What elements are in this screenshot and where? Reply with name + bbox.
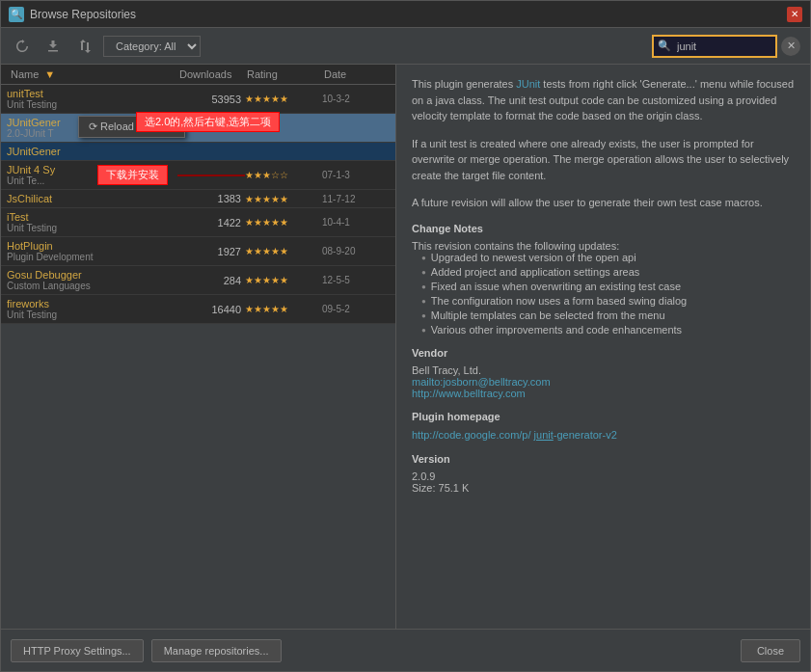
- plugin-name: fireworks: [7, 298, 177, 309]
- clear-search-button[interactable]: ✕: [781, 37, 800, 56]
- download-button[interactable]: [41, 35, 65, 58]
- plugin-downloads: 16440: [177, 304, 245, 315]
- version-number: 2.0.9: [412, 470, 795, 482]
- plugin-homepage-link[interactable]: http://code.google.com/p/ junit-generato…: [412, 429, 617, 441]
- right-panel: This plugin generates JUnit tests from r…: [396, 65, 810, 629]
- reload-popup[interactable]: ⟳ Reload List of...: [78, 116, 185, 138]
- change-notes-section: This revision contains the following upd…: [412, 240, 795, 336]
- title-bar: 🔍 Browse Repositories ✕: [1, 1, 810, 28]
- plugin-name-cell: HotPlugin Plugin Development: [7, 240, 177, 262]
- plugin-rating: ★★★★★: [245, 304, 322, 314]
- plugin-date: 07-1-3: [322, 170, 390, 180]
- table-row[interactable]: fireworks Unit Testing 16440 ★★★★★ 09-5-…: [1, 295, 395, 324]
- vendor-email-link[interactable]: mailto:josborn@belltracy.com: [412, 376, 795, 388]
- table-header: Name ▼ Downloads Rating Date: [1, 65, 395, 85]
- plugin-name-cell: fireworks Unit Testing: [7, 298, 177, 320]
- title-bar-left: 🔍 Browse Repositories: [9, 7, 136, 22]
- plugin-rating: ★★★★★: [245, 246, 322, 256]
- plugin-category: Unit Testing: [7, 309, 177, 320]
- left-panel: Name ▼ Downloads Rating Date unitTest Un…: [1, 65, 396, 629]
- table-row[interactable]: HotPlugin Plugin Development 1927 ★★★★★ …: [1, 237, 395, 266]
- plugin-date: 08-9-20: [322, 246, 390, 256]
- window-icon: 🔍: [9, 7, 24, 22]
- main-content: Name ▼ Downloads Rating Date unitTest Un…: [1, 65, 810, 629]
- vendor-section: Vendor Bell Tracy, Ltd. mailto:josborn@b…: [412, 347, 795, 399]
- plugin-name-cell: Gosu Debugger Custom Languages: [7, 269, 177, 291]
- list-item: Upgraded to newest version of the open a…: [421, 252, 795, 263]
- category-selector[interactable]: Category: All: [103, 36, 201, 57]
- footer: HTTP Proxy Settings... Manage repositori…: [1, 629, 810, 671]
- vendor-name: Bell Tracy, Ltd.: [412, 364, 795, 376]
- vendor-title: Vendor: [412, 347, 795, 359]
- date-column-header: Date: [322, 68, 390, 80]
- search-input[interactable]: [652, 35, 777, 58]
- plugin-homepage-section: Plugin homepage http://code.google.com/p…: [412, 411, 795, 442]
- table-row[interactable]: JUnitGener 2.0-JUnit T: [1, 114, 395, 143]
- plugin-category: Unit Te...: [7, 175, 177, 186]
- search-wrapper: 🔍: [652, 35, 777, 58]
- plugin-downloads: [177, 175, 245, 176]
- list-item: Multiple templates can be selected from …: [421, 309, 795, 321]
- plugin-category: Unit Testing: [7, 223, 177, 233]
- refresh-button[interactable]: [11, 35, 34, 58]
- reload-popup-text: ⟳ Reload List of...: [89, 121, 175, 132]
- plugin-rating: ★★★★★: [245, 217, 322, 228]
- rating-column-header: Rating: [245, 68, 322, 80]
- list-item: Fixed an issue when overwriting an exist…: [421, 281, 795, 292]
- plugin-homepage-title: Plugin homepage: [412, 411, 795, 422]
- plugin-list: unitTest Unit Testing 53953 ★★★★★ 10-3-2…: [1, 85, 395, 629]
- http-proxy-button[interactable]: HTTP Proxy Settings...: [11, 639, 144, 662]
- name-column-header: Name ▼: [7, 68, 177, 80]
- plugin-downloads: 53953: [177, 94, 245, 105]
- plugin-downloads: 1383: [177, 193, 245, 204]
- version-section: Version 2.0.9 Size: 75.1 K: [412, 453, 795, 494]
- search-area: 🔍 ✕: [652, 35, 800, 58]
- plugin-date: 12-5-5: [322, 275, 390, 285]
- plugin-name: unitTest: [7, 88, 177, 99]
- plugin-row-wrapper-2: JUnitGener: [1, 143, 395, 161]
- plugin-description: This plugin generates JUnit tests from r…: [412, 76, 795, 124]
- version-title: Version: [412, 453, 795, 465]
- change-notes-intro: This revision contains the following upd…: [412, 240, 795, 252]
- plugin-name: JUnitGener: [7, 146, 177, 157]
- change-notes-title: Change Notes: [412, 223, 795, 234]
- plugin-rating: ★★★★★: [245, 194, 322, 204]
- plugin-name-cell: unitTest Unit Testing: [7, 88, 177, 110]
- plugin-downloads: 1927: [177, 246, 245, 257]
- plugin-rating: ★★★☆☆: [245, 170, 322, 180]
- table-row[interactable]: unitTest Unit Testing 53953 ★★★★★ 10-3-2: [1, 85, 395, 114]
- plugin-name-cell: JUnit 4 Sy Unit Te...: [7, 164, 177, 186]
- plugin-category: Unit Testing: [7, 99, 177, 110]
- window-close-button[interactable]: ✕: [787, 7, 802, 22]
- close-button[interactable]: Close: [741, 639, 800, 662]
- plugin-row-wrapper-1: JUnitGener 2.0-JUnit T ⟳ Reload List of.…: [1, 114, 395, 143]
- plugin-name-cell: JUnitGener: [7, 146, 177, 157]
- plugin-name: Gosu Debugger: [7, 269, 177, 281]
- window-title: Browse Repositories: [30, 8, 136, 21]
- plugin-date: 10-4-1: [322, 217, 390, 228]
- plugin-date: 09-5-2: [322, 304, 390, 314]
- table-row[interactable]: Gosu Debugger Custom Languages 284 ★★★★★…: [1, 266, 395, 295]
- version-size: Size: 75.1 K: [412, 482, 795, 494]
- junit-link[interactable]: JUnit: [516, 78, 540, 90]
- table-row[interactable]: JUnit 4 Sy Unit Te... ★★★☆☆ 07-1-3: [1, 161, 395, 190]
- manage-repositories-button[interactable]: Manage repositories...: [151, 639, 282, 662]
- plugin-category: Plugin Development: [7, 252, 177, 262]
- list-item: Various other improvements and code enha…: [421, 324, 795, 336]
- change-notes-list: Upgraded to newest version of the open a…: [412, 252, 795, 336]
- plugin-row-wrapper-3: JUnit 4 Sy Unit Te... ★★★☆☆ 07-1-3 下载并安装: [1, 161, 395, 190]
- plugin-date: 11-7-12: [322, 194, 390, 204]
- sort-button[interactable]: [72, 35, 95, 58]
- vendor-website-link[interactable]: http://www.belltracy.com: [412, 388, 795, 399]
- downloads-column-header: Downloads: [177, 68, 245, 80]
- plugin-name: HotPlugin: [7, 240, 177, 252]
- table-row[interactable]: JUnitGener: [1, 143, 395, 161]
- table-row[interactable]: iTest Unit Testing 1422 ★★★★★ 10-4-1: [1, 208, 395, 237]
- plugin-rating: ★★★★★: [245, 275, 322, 285]
- plugin-name: iTest: [7, 211, 177, 223]
- table-row[interactable]: JsChilicat 1383 ★★★★★ 11-7-12: [1, 190, 395, 208]
- plugin-name: JUnit 4 Sy: [7, 164, 177, 175]
- list-item: The configuration now uses a form based …: [421, 295, 795, 307]
- toolbar: Category: All 🔍 ✕: [1, 28, 810, 65]
- list-item: Added project and application settings a…: [421, 266, 795, 278]
